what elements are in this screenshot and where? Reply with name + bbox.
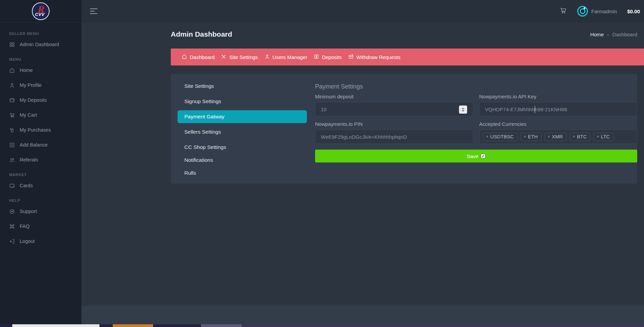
sidebar-item-label: Cards [20, 183, 33, 188]
remove-tag-icon[interactable]: × [486, 134, 489, 139]
taskbar-segment[interactable] [113, 324, 153, 327]
sidebar-item-cards[interactable]: Cards [9, 178, 81, 193]
api-key-value: VQHDP74-E7JMhhhhh98-21KNH88 [485, 107, 567, 112]
sidebar: R CVV SELLER MENU Admin Dashboard MENU H… [0, 0, 81, 324]
sidebar-item-home[interactable]: Home [9, 63, 81, 78]
remove-tag-icon[interactable]: × [548, 134, 550, 139]
taskbar-segment[interactable] [12, 324, 99, 327]
sidebar-item-referals[interactable]: Referals [9, 152, 81, 167]
pin-group: Nowpayments.io PIN WeE9F29gLnDGcJk/e+Khh… [315, 121, 473, 144]
sidebar-item-logout[interactable]: Logout [9, 234, 81, 249]
sidebar-item-support[interactable]: Support [9, 204, 81, 219]
brand-logo[interactable]: R CVV [0, 0, 81, 23]
admin-nav-label: Deposits [322, 54, 342, 60]
sidebar-item-label: FAQ [20, 224, 30, 229]
sidebar-item-label: Add Balance [20, 142, 48, 148]
topbar-cart-icon[interactable] [559, 7, 567, 16]
settings-tab-notifications[interactable]: Notifications [178, 154, 307, 167]
minimum-deposit-input[interactable]: 10 [315, 102, 473, 116]
api-key-label: Nowpayments.io API Key [479, 94, 638, 99]
username[interactable]: Farmadmin [591, 8, 617, 14]
sidebar-item-my-deposits[interactable]: My Deposits [9, 93, 81, 108]
text-caret [535, 106, 535, 113]
currency-tag-label: USDTBSC [490, 134, 514, 139]
sidebar-item-my-profile[interactable]: My Profile [9, 78, 81, 93]
settings-tab-signup-settings[interactable]: Signup Settings [178, 95, 307, 108]
faq-icon [9, 224, 15, 229]
settings-tab-site-settings[interactable]: Site Settings [178, 80, 307, 93]
taskbar-segment [242, 324, 644, 327]
remove-tag-icon[interactable]: × [523, 134, 526, 139]
spinner-up-icon[interactable] [462, 108, 464, 109]
form-section-title: Payment Settings [315, 82, 637, 91]
save-button[interactable]: Save ✓ [315, 150, 637, 162]
remove-tag-icon[interactable]: × [596, 134, 599, 139]
page-header: Admin Dashboard Home › Dashboard [171, 27, 637, 41]
currency-tag-eth: × ETH [520, 133, 541, 141]
admin-nav-label: Withdraw Requests [356, 54, 401, 60]
sidebar-item-label: Logout [20, 238, 35, 244]
chevron-right-icon: › [607, 32, 609, 37]
sidebar-section-market: MARKET [9, 173, 81, 177]
taskbar-strip [0, 324, 644, 327]
sidebar-item-my-purchases[interactable]: My Purchases [9, 122, 81, 137]
sidebar-section-help: HELP [9, 198, 81, 203]
taskbar-segment[interactable] [201, 324, 242, 327]
settings-tab-payment-gatway[interactable]: Payment Gatway [178, 110, 307, 123]
admin-nav-label: Dashboard [190, 54, 215, 60]
breadcrumb-home[interactable]: Home [590, 32, 604, 37]
currency-tag-ltc: × LTC [593, 133, 613, 141]
sidebar-item-my-cart[interactable]: My Cart [9, 108, 81, 122]
currencies-input[interactable]: × USDTBSC × ETH × XMR [479, 130, 638, 144]
cards-icon [9, 183, 15, 189]
settings-tab-rulls[interactable]: Rulls [178, 167, 307, 179]
pin-label: Nowpayments.io PIN [315, 121, 473, 127]
nav-mail-icon [348, 54, 354, 60]
content-area: Admin Dashboard Home › Dashboard Dashboa… [81, 22, 644, 324]
home-icon [9, 68, 15, 73]
remove-tag-icon[interactable]: × [573, 134, 575, 139]
breadcrumb-current: Dashboard [612, 32, 637, 37]
referals-icon [9, 157, 15, 163]
api-key-input[interactable]: VQHDP74-E7JMhhhhh98-21KNH88 [479, 102, 638, 116]
cart-icon [9, 112, 15, 118]
pin-input[interactable]: WeE9F29gLnDGcJk/e+KhhhhhphqnD [315, 130, 473, 144]
currency-tag-label: ETH [528, 134, 538, 139]
page-footer [81, 306, 644, 324]
logout-icon [9, 238, 15, 244]
currency-tag-label: BTC [577, 134, 587, 139]
admin-nav-deposits[interactable]: Deposits [314, 54, 342, 60]
logo-subtext: CVV [35, 12, 44, 17]
minimum-deposit-label: Minimum deposit [315, 94, 473, 99]
sidebar-item-faq[interactable]: FAQ [9, 219, 81, 234]
admin-nav-users-manager[interactable]: Users Manager [264, 54, 308, 60]
settings-menu: Site Settings Signup Settings Payment Ga… [178, 80, 307, 179]
admin-nav-withdraw-requests[interactable]: Withdraw Requests [348, 54, 401, 60]
admin-nav-dashboard[interactable]: Dashboard [182, 54, 215, 60]
admin-nav-label: Users Manager [273, 54, 308, 60]
purchases-icon [9, 127, 15, 133]
spinner-down-icon[interactable] [462, 110, 464, 112]
api-key-group: Nowpayments.io API Key VQHDP74-E7JMhhhhh… [479, 94, 638, 116]
payment-settings-form: Payment Settings Minimum deposit 10 [315, 82, 637, 162]
sidebar-item-add-balance[interactable]: Add Balance [9, 137, 81, 152]
menu-toggle-icon[interactable] [90, 8, 98, 14]
sidebar-item-admin-dashboard[interactable]: Admin Dashboard [9, 37, 81, 52]
settings-tab-cc-shop-settings[interactable]: CC Shop Settings [178, 141, 307, 154]
number-spinner[interactable] [459, 105, 467, 114]
sidebar-item-label: My Deposits [20, 97, 47, 103]
user-avatar[interactable] [577, 6, 588, 17]
settings-tab-sellers-settings[interactable]: Sellers Settings [178, 126, 307, 138]
sidebar-section-seller-menu: SELLER MENU [9, 32, 81, 36]
profile-icon [9, 82, 15, 88]
sidebar-item-label: Admin Dashboard [20, 42, 59, 47]
minimum-deposit-value: 10 [321, 107, 327, 112]
minimum-deposit-group: Minimum deposit 10 [315, 94, 473, 116]
nav-home-icon [182, 54, 187, 60]
check-icon: ✓ [481, 154, 485, 158]
currencies-group: Accepted Currencies × USDTBSC × ETH [479, 121, 638, 144]
breadcrumb: Home › Dashboard [590, 32, 637, 37]
admin-nav-site-settings[interactable]: Site Settings [221, 54, 258, 60]
currency-tag-label: XMR [552, 134, 563, 139]
dashboard-grid-icon [9, 42, 15, 47]
